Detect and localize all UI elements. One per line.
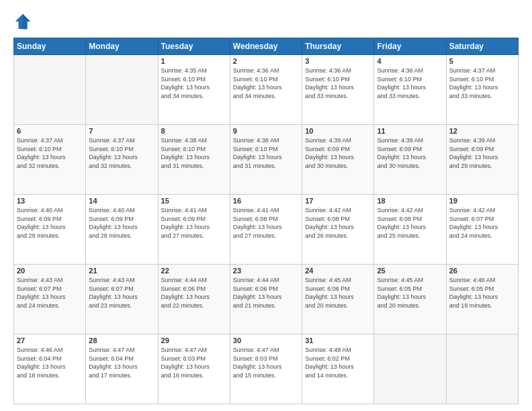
calendar-cell: 22Sunrise: 4:44 AM Sunset: 6:06 PM Dayli… (158, 265, 230, 334)
day-number: 14 (89, 197, 154, 205)
day-info: Sunrise: 4:37 AM Sunset: 6:10 PM Dayligh… (449, 66, 515, 100)
day-number: 13 (17, 197, 83, 205)
day-info: Sunrise: 4:38 AM Sunset: 6:10 PM Dayligh… (233, 136, 299, 170)
day-info: Sunrise: 4:47 AM Sunset: 6:03 PM Dayligh… (233, 346, 299, 379)
day-number: 8 (161, 127, 227, 135)
calendar-cell: 13Sunrise: 4:40 AM Sunset: 6:09 PM Dayli… (14, 195, 86, 265)
calendar-header-row: SundayMondayTuesdayWednesdayThursdayFrid… (14, 38, 519, 55)
calendar-cell (86, 55, 158, 125)
day-number: 29 (161, 336, 227, 345)
day-info: Sunrise: 4:36 AM Sunset: 6:10 PM Dayligh… (377, 66, 443, 100)
day-info: Sunrise: 4:45 AM Sunset: 6:06 PM Dayligh… (305, 276, 371, 310)
calendar-cell: 6Sunrise: 4:37 AM Sunset: 6:10 PM Daylig… (14, 125, 86, 195)
day-info: Sunrise: 4:37 AM Sunset: 6:10 PM Dayligh… (89, 136, 154, 170)
calendar-week-row: 6Sunrise: 4:37 AM Sunset: 6:10 PM Daylig… (14, 125, 519, 195)
calendar-cell: 3Sunrise: 4:36 AM Sunset: 6:10 PM Daylig… (302, 55, 374, 125)
day-info: Sunrise: 4:45 AM Sunset: 6:05 PM Dayligh… (377, 276, 443, 310)
calendar-cell: 9Sunrise: 4:38 AM Sunset: 6:10 PM Daylig… (230, 125, 302, 195)
day-number: 11 (377, 127, 443, 135)
calendar-cell: 26Sunrise: 4:46 AM Sunset: 6:05 PM Dayli… (446, 265, 518, 334)
day-info: Sunrise: 4:44 AM Sunset: 6:06 PM Dayligh… (233, 276, 299, 310)
page: SundayMondayTuesdayWednesdayThursdayFrid… (0, 0, 532, 411)
svg-marker-1 (23, 14, 30, 29)
weekday-header: Wednesday (230, 38, 302, 55)
day-number: 6 (17, 127, 83, 135)
calendar-week-row: 1Sunrise: 4:35 AM Sunset: 6:10 PM Daylig… (14, 55, 519, 125)
day-number: 2 (233, 57, 299, 65)
day-info: Sunrise: 4:35 AM Sunset: 6:10 PM Dayligh… (161, 66, 227, 100)
day-info: Sunrise: 4:36 AM Sunset: 6:10 PM Dayligh… (305, 66, 371, 100)
calendar-cell: 19Sunrise: 4:42 AM Sunset: 6:07 PM Dayli… (446, 195, 518, 265)
calendar-cell (446, 334, 518, 404)
calendar-cell: 29Sunrise: 4:47 AM Sunset: 6:03 PM Dayli… (158, 334, 230, 404)
day-number: 28 (89, 336, 154, 345)
day-number: 20 (17, 267, 83, 275)
calendar-cell: 4Sunrise: 4:36 AM Sunset: 6:10 PM Daylig… (374, 55, 446, 125)
calendar-cell (374, 334, 446, 404)
header (13, 12, 519, 31)
day-number: 4 (377, 57, 443, 65)
day-number: 26 (449, 267, 515, 275)
day-info: Sunrise: 4:42 AM Sunset: 6:08 PM Dayligh… (377, 206, 443, 240)
calendar-cell: 7Sunrise: 4:37 AM Sunset: 6:10 PM Daylig… (86, 125, 158, 195)
calendar-cell: 12Sunrise: 4:39 AM Sunset: 6:09 PM Dayli… (446, 125, 518, 195)
weekday-header: Thursday (302, 38, 374, 55)
day-info: Sunrise: 4:47 AM Sunset: 6:03 PM Dayligh… (161, 346, 227, 379)
day-info: Sunrise: 4:41 AM Sunset: 6:08 PM Dayligh… (233, 206, 299, 240)
day-number: 1 (161, 57, 227, 65)
day-info: Sunrise: 4:39 AM Sunset: 6:09 PM Dayligh… (377, 136, 443, 170)
day-info: Sunrise: 4:40 AM Sunset: 6:09 PM Dayligh… (17, 206, 83, 240)
day-info: Sunrise: 4:39 AM Sunset: 6:09 PM Dayligh… (449, 136, 515, 170)
day-info: Sunrise: 4:39 AM Sunset: 6:09 PM Dayligh… (305, 136, 371, 170)
calendar-cell: 20Sunrise: 4:43 AM Sunset: 6:07 PM Dayli… (14, 265, 86, 334)
day-info: Sunrise: 4:43 AM Sunset: 6:07 PM Dayligh… (89, 276, 154, 310)
day-info: Sunrise: 4:48 AM Sunset: 6:02 PM Dayligh… (305, 346, 371, 379)
calendar-cell: 8Sunrise: 4:38 AM Sunset: 6:10 PM Daylig… (158, 125, 230, 195)
day-info: Sunrise: 4:42 AM Sunset: 6:07 PM Dayligh… (449, 206, 515, 240)
day-info: Sunrise: 4:38 AM Sunset: 6:10 PM Dayligh… (161, 136, 227, 170)
calendar-week-row: 20Sunrise: 4:43 AM Sunset: 6:07 PM Dayli… (14, 265, 519, 334)
day-number: 17 (305, 197, 371, 205)
weekday-header: Tuesday (158, 38, 230, 55)
calendar-cell: 25Sunrise: 4:45 AM Sunset: 6:05 PM Dayli… (374, 265, 446, 334)
day-number: 23 (233, 267, 299, 275)
day-number: 10 (305, 127, 371, 135)
day-number: 12 (449, 127, 515, 135)
calendar-cell: 15Sunrise: 4:41 AM Sunset: 6:09 PM Dayli… (158, 195, 230, 265)
calendar-cell: 21Sunrise: 4:43 AM Sunset: 6:07 PM Dayli… (86, 265, 158, 334)
day-info: Sunrise: 4:42 AM Sunset: 6:08 PM Dayligh… (305, 206, 371, 240)
calendar-cell: 10Sunrise: 4:39 AM Sunset: 6:09 PM Dayli… (302, 125, 374, 195)
day-number: 7 (89, 127, 154, 135)
day-number: 31 (305, 336, 371, 345)
calendar-cell: 23Sunrise: 4:44 AM Sunset: 6:06 PM Dayli… (230, 265, 302, 334)
day-number: 16 (233, 197, 299, 205)
day-number: 19 (449, 197, 515, 205)
calendar-cell: 27Sunrise: 4:46 AM Sunset: 6:04 PM Dayli… (14, 334, 86, 404)
day-info: Sunrise: 4:44 AM Sunset: 6:06 PM Dayligh… (161, 276, 227, 310)
day-number: 9 (233, 127, 299, 135)
day-number: 24 (305, 267, 371, 275)
day-info: Sunrise: 4:37 AM Sunset: 6:10 PM Dayligh… (17, 136, 83, 170)
calendar-cell: 24Sunrise: 4:45 AM Sunset: 6:06 PM Dayli… (302, 265, 374, 334)
day-number: 3 (305, 57, 371, 65)
calendar-week-row: 27Sunrise: 4:46 AM Sunset: 6:04 PM Dayli… (14, 334, 519, 404)
calendar-cell (14, 55, 86, 125)
calendar-table: SundayMondayTuesdayWednesdayThursdayFrid… (13, 38, 519, 404)
day-info: Sunrise: 4:40 AM Sunset: 6:09 PM Dayligh… (89, 206, 154, 240)
calendar-cell: 5Sunrise: 4:37 AM Sunset: 6:10 PM Daylig… (446, 55, 518, 125)
day-info: Sunrise: 4:36 AM Sunset: 6:10 PM Dayligh… (233, 66, 299, 100)
calendar-week-row: 13Sunrise: 4:40 AM Sunset: 6:09 PM Dayli… (14, 195, 519, 265)
day-number: 15 (161, 197, 227, 205)
day-number: 22 (161, 267, 227, 275)
weekday-header: Friday (374, 38, 446, 55)
day-info: Sunrise: 4:43 AM Sunset: 6:07 PM Dayligh… (17, 276, 83, 310)
day-number: 5 (449, 57, 515, 65)
calendar-cell: 14Sunrise: 4:40 AM Sunset: 6:09 PM Dayli… (86, 195, 158, 265)
calendar-cell: 31Sunrise: 4:48 AM Sunset: 6:02 PM Dayli… (302, 334, 374, 404)
weekday-header: Monday (86, 38, 158, 55)
logo (13, 12, 35, 31)
logo-icon (13, 12, 32, 31)
calendar-cell: 1Sunrise: 4:35 AM Sunset: 6:10 PM Daylig… (158, 55, 230, 125)
calendar-cell: 2Sunrise: 4:36 AM Sunset: 6:10 PM Daylig… (230, 55, 302, 125)
day-number: 25 (377, 267, 443, 275)
